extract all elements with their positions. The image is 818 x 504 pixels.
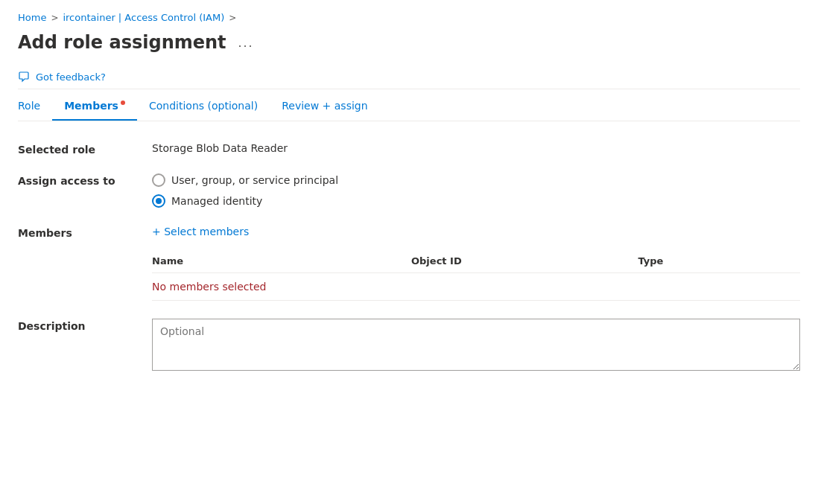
selected-role-row: Selected role Storage Blob Data Reader — [18, 142, 800, 156]
feedback-label: Got feedback? — [36, 71, 106, 83]
radio-inner-managed — [156, 198, 162, 204]
tab-review[interactable]: Review + assign — [270, 92, 379, 121]
tabs: Role Members Conditions (optional) Revie… — [18, 92, 800, 121]
selected-role-value: Storage Blob Data Reader — [152, 142, 800, 154]
breadcrumb-home[interactable]: Home — [18, 12, 46, 23]
members-row: Members + Select members Name Object ID … — [18, 226, 800, 301]
tab-role[interactable]: Role — [18, 92, 52, 121]
feedback-icon — [18, 71, 30, 83]
form-section: Selected role Storage Blob Data Reader A… — [18, 142, 800, 373]
selected-role-label: Selected role — [18, 142, 152, 156]
select-members-link[interactable]: + Select members — [152, 226, 800, 237]
members-label: Members — [18, 226, 152, 239]
radio-circle-managed — [152, 194, 165, 208]
breadcrumb-sep1: > — [51, 13, 58, 23]
col-header-type: Type — [638, 249, 801, 273]
assign-access-label: Assign access to — [18, 173, 152, 187]
description-row: Description — [18, 319, 800, 373]
description-label: Description — [18, 319, 152, 332]
description-content — [152, 319, 800, 373]
assign-access-options: User, group, or service principal Manage… — [152, 173, 800, 208]
members-content: + Select members Name Object ID Type No … — [152, 226, 800, 301]
page-title-row: Add role assignment ... — [18, 32, 800, 53]
breadcrumb-container[interactable]: ircontainer | Access Control (IAM) — [63, 12, 224, 23]
breadcrumb-sep2: > — [229, 13, 236, 23]
radio-managed-identity[interactable]: Managed identity — [152, 194, 800, 208]
page-title: Add role assignment — [18, 32, 226, 53]
tab-conditions[interactable]: Conditions (optional) — [137, 92, 270, 121]
tab-members[interactable]: Members — [52, 92, 137, 121]
breadcrumb: Home > ircontainer | Access Control (IAM… — [18, 12, 800, 23]
radio-label-user: User, group, or service principal — [171, 174, 338, 186]
members-dot — [121, 101, 125, 105]
radio-user-group[interactable]: User, group, or service principal — [152, 173, 800, 187]
radio-label-managed: Managed identity — [171, 195, 262, 207]
col-header-name: Name — [152, 249, 411, 273]
table-row-empty: No members selected — [152, 273, 800, 301]
no-members-message: No members selected — [152, 273, 800, 301]
radio-group: User, group, or service principal Manage… — [152, 173, 800, 208]
radio-circle-user — [152, 173, 165, 187]
feedback-row[interactable]: Got feedback? — [18, 65, 800, 89]
assign-access-row: Assign access to User, group, or service… — [18, 173, 800, 208]
ellipsis-button[interactable]: ... — [234, 34, 259, 52]
members-table: Name Object ID Type No members selected — [152, 249, 800, 301]
description-textarea[interactable] — [152, 319, 800, 371]
col-header-objectid: Object ID — [411, 249, 638, 273]
